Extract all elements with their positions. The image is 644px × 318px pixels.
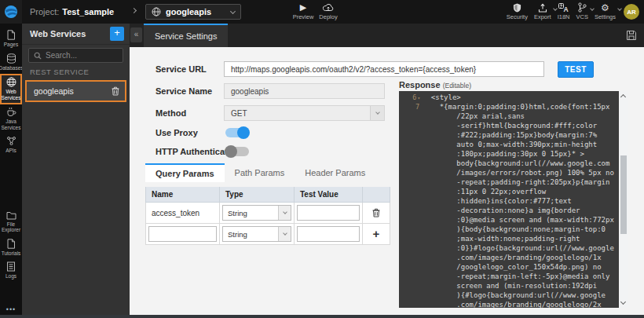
sidebar-item-logs[interactable]: Logs (0, 259, 22, 283)
code-line-text: :0}@media screen and (max-width:772px (423, 215, 614, 225)
security-button[interactable]: Security (507, 2, 528, 20)
code-line-text: :#222;padding:15px}body{margin:7% (423, 130, 597, 140)
tab-path-params[interactable]: Path Params (225, 163, 295, 182)
coffee-icon (6, 107, 16, 117)
line-number-gutter (399, 234, 423, 243)
param-test-value-cell (295, 203, 363, 224)
sidebar-item-web-services[interactable]: Web Services (0, 74, 22, 104)
shield-icon (513, 2, 521, 13)
topbar-actions: Security Export A (507, 2, 616, 20)
caret-down-icon (553, 6, 558, 11)
code-line-text: ){body{background:none;margin-top:0 (423, 225, 606, 234)
service-list-item-googleapis[interactable]: googleapis (25, 80, 126, 102)
service-search[interactable] (28, 48, 123, 63)
user-avatar[interactable]: AR (624, 4, 639, 20)
add-param-button[interactable]: + (363, 224, 390, 245)
vcs-button[interactable]: VCS (576, 2, 587, 20)
scrollbar-thumb[interactable] (620, 155, 627, 234)
line-number-gutter: 6▾ (399, 93, 423, 102)
sidebar-item-java-services[interactable]: Java Services (0, 104, 22, 133)
rail-label: File Explorer (0, 221, 22, 233)
code-line: :0}@media screen and (max-width:772px (399, 215, 619, 225)
fold-marker-icon: ▾ (417, 95, 420, 101)
code-line: auto 0;max-width:390px;min-height (399, 140, 619, 149)
code-area[interactable]: 6▾ <style> 7 *{margin:0;padding:0}html,c… (399, 91, 619, 308)
panel-header: Web Services + (22, 24, 130, 45)
add-service-button[interactable]: + (110, 27, 124, 41)
service-settings-content: Service URL TEST Service Name Method GET… (130, 47, 644, 315)
code-line: :180px;padding:30px 0 15px}* > (399, 149, 619, 159)
new-param-type-select[interactable]: String (222, 226, 291, 242)
code-line: -serif}html{background:#fff;color (399, 121, 619, 130)
rail-label: Databases (0, 65, 24, 71)
search-input[interactable] (46, 51, 112, 60)
breadcrumb-chevron-icon (131, 8, 137, 13)
sidebar-item-file-explorer[interactable]: File Explorer (0, 209, 22, 236)
line-number-gutter (399, 206, 423, 215)
sidebar-item-apis[interactable]: APIs (0, 133, 22, 157)
scroll-down-icon[interactable] (620, 299, 626, 305)
param-type-select[interactable]: String (222, 205, 291, 221)
response-code-editor[interactable]: 6▾ <style> 7 *{margin:0;padding:0}html,c… (399, 91, 628, 308)
use-proxy-toggle[interactable] (225, 128, 249, 137)
new-param-test-value-cell (295, 224, 363, 245)
code-line: 7 *{margin:0;padding:0}html,code{font:15… (399, 102, 619, 111)
rail-label: APIs (5, 148, 16, 154)
line-number-gutter (399, 253, 423, 262)
code-line-text: auto 0;max-width:390px;min-height (423, 140, 597, 149)
service-selector-dropdown[interactable]: googleapis (145, 4, 241, 20)
scroll-up-icon[interactable] (620, 94, 626, 100)
sidebar-item-pages[interactable]: Pages (0, 27, 22, 51)
code-line-text: body{background:url(//www.google.com (423, 159, 609, 168)
database-icon (6, 53, 16, 64)
trash-icon[interactable] (112, 86, 119, 96)
delete-param-button[interactable] (363, 203, 390, 224)
response-label: Response (Editable) (399, 80, 471, 90)
chevron-down-icon (278, 227, 291, 241)
sidebar-item-databases[interactable]: Databases (0, 51, 22, 75)
i18n-button[interactable]: A I18N (558, 2, 570, 20)
use-proxy-label: Use Proxy (156, 128, 198, 137)
save-button[interactable] (625, 29, 638, 42)
collapse-panel-button[interactable]: « (130, 27, 142, 42)
new-param-name-cell (145, 224, 220, 245)
service-url-input[interactable] (224, 61, 544, 77)
settings-button[interactable]: ⚙ Settings (595, 2, 616, 20)
toggle-knob (225, 145, 237, 158)
preview-button[interactable]: ▶ Preview (289, 2, 317, 20)
caret-down-icon (617, 6, 622, 11)
wavemaker-logo-icon[interactable] (0, 0, 22, 24)
service-item-name: googleapis (34, 86, 112, 96)
http-authentication-toggle[interactable] (225, 147, 249, 156)
query-params-table: Name Type Test Value access_token String (145, 187, 390, 245)
code-line-text: -decoration:none}a img{border (423, 206, 580, 215)
line-number-gutter (399, 159, 423, 168)
new-param-type-cell: String (220, 224, 295, 245)
response-title: Response (399, 80, 441, 90)
tab-header-params[interactable]: Header Params (295, 163, 375, 182)
i18n-label: I18N (558, 13, 570, 20)
service-name-input[interactable] (224, 83, 385, 99)
settings-label: Settings (595, 13, 616, 20)
toggle-knob (237, 126, 250, 139)
param-test-value-input[interactable] (297, 205, 360, 221)
pages-icon (6, 30, 16, 40)
line-number-gutter: 7 (399, 102, 423, 111)
code-line-text: -repeat;padding-right:205px}p{margin (423, 177, 609, 187)
new-param-name-input[interactable] (148, 226, 217, 242)
code-line: :#222;padding:15px}body{margin:7% (399, 130, 619, 140)
new-param-test-value-input[interactable] (297, 226, 360, 242)
export-button[interactable]: Export (534, 2, 551, 20)
service-name-label: Service Name (156, 86, 212, 96)
sidebar-item-tutorials[interactable]: Tutorials (0, 236, 22, 260)
param-type-value: String (223, 230, 278, 239)
deploy-button[interactable]: Deploy (314, 2, 342, 20)
method-select[interactable]: GET (224, 105, 385, 121)
project-name: Test_sample (62, 7, 114, 16)
editor-scrollbar[interactable] (619, 91, 628, 308)
code-line-text: /images/errors/robot.png) 100% 5px no (423, 168, 614, 177)
tab-query-params[interactable]: Query Params (145, 163, 225, 182)
code-line: -repeat;margin-left:-5px}@media only (399, 272, 619, 281)
tab-service-settings[interactable]: Service Settings (144, 24, 228, 47)
test-button[interactable]: TEST (558, 61, 594, 78)
